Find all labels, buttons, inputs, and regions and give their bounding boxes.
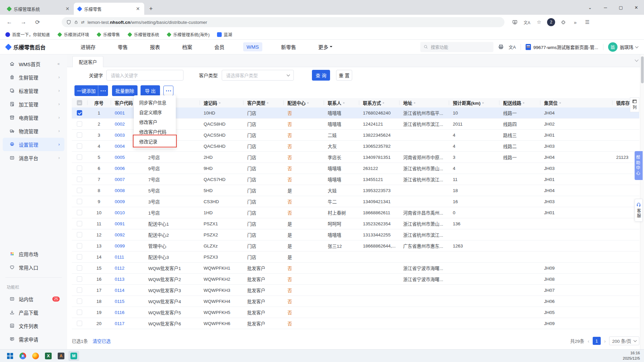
bookmark-item[interactable]: 乐檬管理系统: [127, 31, 159, 38]
customer-code-link[interactable]: 0005: [115, 155, 125, 160]
nav-item-新零售[interactable]: 新零售: [278, 42, 300, 52]
customer-code-link[interactable]: 0001: [115, 110, 125, 116]
customer-code-link[interactable]: 0002: [115, 122, 125, 127]
customer-code-link[interactable]: 0004: [115, 144, 125, 149]
language-icon[interactable]: 文A: [508, 44, 516, 50]
tab-distribute-customer[interactable]: 配送客户: [72, 56, 103, 67]
row-checkbox[interactable]: [77, 321, 82, 326]
prev-page-icon[interactable]: ‹: [588, 338, 589, 344]
customer-code-link[interactable]: 0113: [115, 277, 124, 282]
export-button[interactable]: 导 出: [141, 85, 160, 96]
customer-code-link[interactable]: 0111: [115, 255, 124, 260]
minimize-button[interactable]: ─: [598, 0, 613, 15]
sort-icon[interactable]: [343, 101, 345, 105]
sidebar-item-应用市场[interactable]: 应用市场: [3, 247, 64, 261]
column-header-速记码[interactable]: 速记码: [200, 98, 243, 107]
excel-icon[interactable]: X: [43, 351, 54, 361]
sidebar-item-物流管理[interactable]: 物流管理›: [3, 124, 64, 138]
table-row[interactable]: 180115WQW批发客户4WQWPFKH4批发客户否JH06: [72, 296, 639, 307]
row-checkbox[interactable]: [77, 265, 82, 271]
row-select-cell[interactable]: [72, 252, 87, 262]
row-select-cell[interactable]: [72, 185, 87, 196]
row-select-cell[interactable]: [72, 207, 87, 218]
column-header-联系方式[interactable]: 联系方式: [359, 98, 399, 107]
dropdown-menu-item-同步客户信息[interactable]: 同步客户信息: [134, 97, 176, 107]
app-a-icon[interactable]: A: [56, 351, 66, 361]
table-row[interactable]: 170114WQW批发客户3WQWPFKH3批发客户否JH07: [72, 285, 639, 296]
row-select-cell[interactable]: [72, 240, 87, 251]
row-select-cell[interactable]: [72, 119, 87, 129]
customer-code-link[interactable]: 0003: [115, 133, 125, 138]
maximize-button[interactable]: ▢: [613, 0, 629, 15]
table-row[interactable]: 800085号店5HD门店是大娃1395322357318JH04: [72, 185, 639, 196]
row-select-cell[interactable]: [72, 307, 87, 318]
customer-code-link[interactable]: 0099: [115, 243, 125, 248]
column-header-配送中心[interactable]: 配送中心: [283, 98, 324, 107]
bookmark-item[interactable]: 蓝湖: [217, 31, 232, 38]
row-checkbox[interactable]: [77, 132, 82, 138]
nav-item-零售[interactable]: 零售: [114, 42, 131, 52]
next-page-icon[interactable]: ›: [604, 338, 606, 344]
table-row[interactable]: 150112WQW批发客户1WQWPFKH1批发客户否浙江省宁波市海曙...JH…: [72, 263, 639, 274]
sort-icon[interactable]: [267, 101, 269, 105]
sidebar-item-站内信[interactable]: 站内信25: [3, 292, 64, 306]
customer-code-link[interactable]: 0091: [115, 221, 125, 226]
search-input[interactable]: 搜索功能: [420, 42, 493, 52]
customer-code-link[interactable]: 0006: [115, 166, 125, 171]
customer-code-link[interactable]: 0010: [115, 210, 125, 215]
nav-item-会员[interactable]: 会员: [211, 42, 228, 52]
customer-code-link[interactable]: 0112: [115, 266, 124, 271]
table-row[interactable]: 110091配送中心1PSZX1门店是呵呵呵13523262354浙江省杭州市萧…: [72, 218, 639, 229]
column-header-集货位[interactable]: 集货位: [540, 98, 612, 107]
select-all-checkbox[interactable]: [77, 100, 82, 105]
sidebar-item-需求申请[interactable]: 需求申请: [3, 332, 64, 346]
sidebar-item-文件列表[interactable]: 文件列表: [3, 319, 64, 332]
customer-code-link[interactable]: 0008: [115, 188, 125, 193]
scrollbar-thumb[interactable]: [641, 56, 644, 83]
row-checkbox[interactable]: [77, 121, 82, 127]
collapse-sidebar-icon[interactable]: «: [57, 61, 60, 66]
bookmark-item[interactable]: 乐檬测试环境: [57, 31, 89, 38]
table-row[interactable]: 900093号店CS3HD门店否牛二1340942134116JH03: [72, 196, 639, 207]
nav-item-WMS[interactable]: WMS: [243, 42, 262, 51]
customer-code-link[interactable]: 0114: [115, 288, 124, 293]
column-header-客户类型[interactable]: 客户类型: [243, 98, 283, 107]
row-checkbox[interactable]: [77, 188, 82, 193]
forward-icon[interactable]: →: [19, 17, 28, 27]
table-row[interactable]: 160113WQW批发客户2WQWPFKH2批发客户否浙江省宁波市海曙...JH…: [72, 274, 639, 285]
sort-icon[interactable]: [219, 101, 221, 105]
customer-code-link[interactable]: 0007: [115, 177, 125, 182]
sort-icon[interactable]: [523, 101, 525, 105]
table-row[interactable]: 600069号店9HD门店否嘻嘻嘻263122浙江省杭州市萧山...4JH03: [72, 163, 639, 174]
dropdown-menu-item-修改客户[interactable]: 修改客户: [134, 117, 176, 127]
account-switcher[interactable]: 99677-wms测试账套新页面-管...: [526, 44, 598, 50]
help-center-button[interactable]: 帮助中心: [635, 151, 643, 180]
customer-code-link[interactable]: 0092: [115, 232, 125, 237]
page-size-select[interactable]: 200 条/页: [609, 336, 639, 345]
row-select-cell[interactable]: [72, 107, 87, 118]
tab-close-icon[interactable]: ✕: [135, 6, 141, 12]
clear-selection-link[interactable]: 清空已选: [93, 337, 111, 344]
row-checkbox[interactable]: [77, 154, 82, 160]
chrome-icon[interactable]: [17, 351, 28, 361]
column-header-联系人[interactable]: 联系人: [324, 98, 359, 107]
lemon-app-icon[interactable]: M: [68, 351, 79, 361]
dropdown-menu-item-自定义顺序[interactable]: 自定义顺序: [134, 107, 176, 117]
row-checkbox[interactable]: [77, 110, 82, 116]
sidebar-item-常用入口[interactable]: 常用入口: [3, 261, 64, 274]
close-button[interactable]: ✕: [629, 0, 644, 15]
column-header-地址[interactable]: 地址: [399, 98, 449, 107]
customer-code-link[interactable]: 0117: [115, 321, 124, 326]
new-tab-button[interactable]: +: [146, 4, 156, 13]
batch-delete-button[interactable]: 批量删除: [112, 85, 138, 96]
install-icon[interactable]: [511, 18, 519, 27]
collapse-chevron-icon[interactable]: [635, 58, 638, 61]
nav-item-档案[interactable]: 档案: [179, 42, 196, 52]
column-picker-button[interactable]: 列: [630, 97, 639, 112]
sidebar-item-生鲜管理[interactable]: 生鲜管理›: [3, 71, 64, 84]
row-select-cell[interactable]: [72, 130, 87, 140]
nav-item-更多[interactable]: 更多: [315, 42, 336, 52]
row-checkbox[interactable]: [77, 166, 82, 171]
extensions-icon[interactable]: [559, 18, 568, 27]
table-row[interactable]: 130099管理中心GLZXz门店是张三1218668862644,...广东省…: [72, 240, 639, 252]
